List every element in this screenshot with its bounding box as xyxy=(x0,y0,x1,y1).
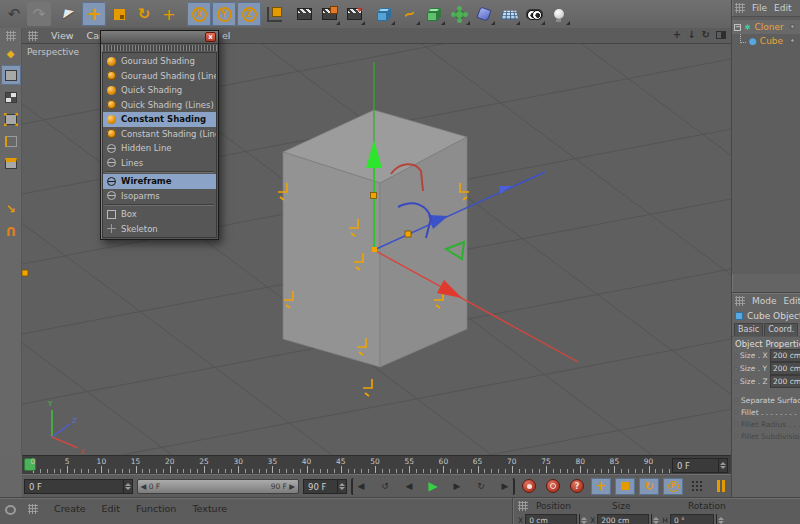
close-icon[interactable]: x xyxy=(205,32,216,42)
menu-edit[interactable]: Edit xyxy=(102,503,120,514)
viewport-menu-view[interactable]: View xyxy=(51,30,74,41)
rotate-tool-button[interactable]: ↻ xyxy=(132,2,156,26)
play-button[interactable]: ▶ xyxy=(423,478,443,495)
help-bubble-icon[interactable] xyxy=(5,505,16,515)
record-keyframe-button[interactable] xyxy=(519,478,539,495)
position-x-field[interactable]: 0 cm xyxy=(525,514,577,524)
viewport-menu-covered-fragment[interactable]: el xyxy=(222,30,230,41)
model-mode-button[interactable] xyxy=(1,65,21,85)
display-menu-item[interactable]: Hidden Line xyxy=(103,141,216,156)
object-label[interactable]: Cube xyxy=(760,36,783,46)
render-settings-button[interactable] xyxy=(342,2,366,26)
viewport-pan-icon[interactable]: + xyxy=(673,29,681,40)
viewport-view-label[interactable]: Perspective xyxy=(27,47,79,57)
attribute-manager-grip[interactable] xyxy=(735,296,745,306)
am-menu-mode[interactable]: Mode xyxy=(752,296,777,306)
visibility-dot[interactable] xyxy=(790,24,795,29)
size-x-field[interactable]: 200 cm xyxy=(597,514,649,524)
expander-icon[interactable]: − xyxy=(734,24,741,31)
display-menu-titlebar[interactable]: x xyxy=(101,31,218,44)
display-menu-item[interactable]: Wireframe xyxy=(103,174,216,189)
menu-tearoff-strip[interactable] xyxy=(102,45,217,51)
marker-button[interactable] xyxy=(711,478,731,495)
stepper-arrows-icon[interactable] xyxy=(651,514,660,524)
range-end-spinner[interactable]: 90 F xyxy=(303,479,347,494)
display-menu-item[interactable]: Box xyxy=(103,207,216,222)
toggle-parameter-button[interactable]: P xyxy=(663,478,683,495)
toggle-position-button[interactable]: + xyxy=(591,478,611,495)
stepper-arrows-icon[interactable] xyxy=(716,514,725,524)
menu-texture[interactable]: Texture xyxy=(192,503,227,514)
goto-end-button[interactable]: ▶ xyxy=(495,478,515,495)
attribute-extra-row[interactable]: Separate Surfaces xyxy=(732,394,800,406)
render-view-button[interactable] xyxy=(292,2,316,26)
polygons-mode-button[interactable] xyxy=(1,153,21,173)
subdivision-surface-button[interactable] xyxy=(422,2,446,26)
move-tool-button[interactable]: + xyxy=(82,2,106,26)
texture-mode-button[interactable] xyxy=(1,87,21,107)
tab-basic[interactable]: Basic xyxy=(734,323,763,336)
render-picture-viewer-button[interactable] xyxy=(317,2,341,26)
reset-dot-icon[interactable] xyxy=(734,367,738,371)
om-menu-file[interactable]: File xyxy=(752,3,767,13)
next-frame-button[interactable]: ▶ xyxy=(447,478,467,495)
display-menu-item[interactable]: Quick Shading (Lines) xyxy=(103,98,216,113)
display-menu-item[interactable]: Skeleton xyxy=(103,222,216,237)
stepper-arrows-icon[interactable] xyxy=(718,459,727,472)
coordinates-grip[interactable] xyxy=(518,501,528,511)
range-start-value[interactable]: 0 F xyxy=(25,480,123,493)
display-menu-item[interactable]: Gouraud Shading (Lines) xyxy=(103,69,216,84)
reset-dot-icon[interactable] xyxy=(734,380,738,384)
scale-tool-button[interactable] xyxy=(107,2,131,26)
points-mode-button[interactable] xyxy=(1,109,21,129)
play-loop-button[interactable]: ↻ xyxy=(471,478,491,495)
menu-function[interactable]: Function xyxy=(136,503,176,514)
coordinate-system-button[interactable] xyxy=(262,2,286,26)
last-tool-button[interactable]: + xyxy=(157,2,181,26)
attribute-field-value[interactable]: 200 cm xyxy=(770,375,800,388)
viewport-toggle-layout-icon[interactable] xyxy=(716,31,726,39)
range-end-value[interactable]: 90 F xyxy=(304,480,337,493)
preview-range-slider[interactable]: ◀ 0 F 90 F ▶ xyxy=(137,479,300,494)
add-cube-button[interactable] xyxy=(372,2,396,26)
axis-mode-button[interactable]: ↘ xyxy=(1,199,21,219)
goto-start-button[interactable]: ◀ xyxy=(351,478,371,495)
redo-button[interactable]: ↷ xyxy=(27,2,51,26)
current-frame-spinner[interactable]: 0 F xyxy=(672,458,728,473)
display-menu-item[interactable]: Gouraud Shading xyxy=(103,54,216,69)
timeline-ruler[interactable]: 0 F 051015202530354045505560657075808590 xyxy=(22,455,731,474)
palette-grip[interactable] xyxy=(6,31,16,41)
toggle-scale-button[interactable] xyxy=(615,478,635,495)
toggle-rotation-button[interactable]: ↻ xyxy=(639,478,659,495)
live-selection-button[interactable]: ◤ xyxy=(57,2,81,26)
attribute-field-value[interactable]: 200 cm xyxy=(770,362,800,375)
environment-button[interactable] xyxy=(497,2,521,26)
keyframe-selection-button[interactable] xyxy=(687,478,707,495)
add-spline-button[interactable]: ~ xyxy=(397,2,421,26)
undo-button[interactable]: ↶ xyxy=(2,2,26,26)
display-menu-item[interactable]: Constant Shading xyxy=(103,112,216,127)
object-label[interactable]: Cloner xyxy=(755,22,784,32)
mograph-button[interactable] xyxy=(447,2,471,26)
attribute-section-header[interactable]: Object Properties xyxy=(732,336,800,349)
range-start-spinner[interactable]: 0 F xyxy=(24,479,133,494)
tab-coord[interactable]: Coord. xyxy=(764,323,798,336)
edges-mode-button[interactable] xyxy=(1,131,21,151)
lock-y-button[interactable]: Y xyxy=(212,2,236,26)
deformer-button[interactable] xyxy=(472,2,496,26)
play-backward-button[interactable]: ↺ xyxy=(375,478,395,495)
viewport-zoom-icon[interactable]: ↓ xyxy=(687,29,695,40)
am-menu-edit[interactable]: Edit xyxy=(784,296,800,306)
light-button[interactable] xyxy=(547,2,571,26)
object-row-cube[interactable]: ● Cube xyxy=(732,34,800,48)
attribute-extra-row[interactable]: Fillet . . . . . . . . xyxy=(732,406,800,418)
convert-editable-button[interactable]: ◆ xyxy=(1,43,21,63)
object-row-cloner[interactable]: − ∗ Cloner xyxy=(732,20,800,34)
autokeying-button[interactable] xyxy=(543,478,563,495)
stepper-arrows-icon[interactable] xyxy=(579,514,588,524)
reset-dot-icon[interactable] xyxy=(734,354,738,358)
display-menu-item[interactable]: Quick Shading xyxy=(103,83,216,98)
menu-create[interactable]: Create xyxy=(54,503,86,514)
stepper-arrows-icon[interactable] xyxy=(337,480,346,493)
viewport-rotate-icon[interactable]: ↻ xyxy=(702,29,710,40)
